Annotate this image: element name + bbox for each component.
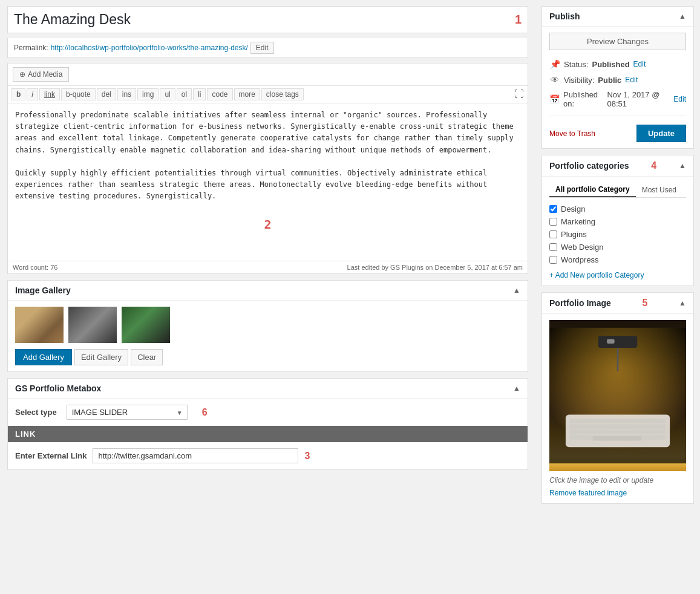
portfolio-categories-header[interactable]: Portfolio categories 4	[542, 155, 693, 177]
visibility-value: Public	[598, 76, 621, 85]
portfolio-image-title: Portfolio Image	[549, 298, 611, 308]
editor-content-area[interactable]: Professionally predominate scalable init…	[8, 103, 528, 261]
image-gallery-header[interactable]: Image Gallery	[8, 281, 528, 301]
fullscreen-button[interactable]: ⛶	[514, 89, 524, 100]
add-new-category-link[interactable]: + Add New portfolio Category	[549, 271, 686, 279]
category-checkbox-wordpress[interactable]	[549, 256, 557, 264]
portfolio-categories-title: Portfolio categories	[549, 161, 629, 171]
gs-portfolio-metabox: GS Portfolio Metabox Select type IMAGE S…	[7, 378, 528, 470]
category-checkbox-design[interactable]	[549, 205, 557, 213]
post-title-input[interactable]	[14, 11, 504, 28]
category-label-design: Design	[561, 204, 585, 214]
update-button[interactable]: Update	[636, 125, 686, 142]
toolbar-close-tags[interactable]: close tags	[261, 88, 304, 100]
svg-rect-7	[570, 430, 666, 434]
clear-gallery-button[interactable]: Clear	[131, 349, 163, 365]
toolbar-ul[interactable]: ul	[160, 88, 175, 100]
gs-portfolio-collapse-icon	[513, 384, 520, 393]
category-checkbox-plugins[interactable]	[549, 230, 557, 238]
toolbar-italic[interactable]: i	[27, 88, 38, 100]
gallery-thumb-3[interactable]	[122, 307, 170, 343]
featured-image-overlay	[549, 320, 686, 471]
permalink-row: Permalink: http://localhost/wp-portfolio…	[7, 38, 528, 58]
portfolio-image-box: Portfolio Image 5	[541, 292, 694, 504]
add-gallery-button[interactable]: Add Gallery	[15, 349, 72, 365]
publish-box: Publish Preview Changes 📌 Status: Publis…	[541, 6, 694, 149]
external-link-input[interactable]	[93, 448, 298, 463]
category-list: Design Marketing Plugins Web Design	[549, 203, 686, 266]
image-gallery-collapse-icon	[513, 286, 520, 295]
tab-all-categories[interactable]: All portfolio Category	[549, 183, 636, 197]
status-value: Published	[592, 60, 629, 69]
title-step-badge: 1	[515, 13, 522, 27]
word-count: Word count: 76	[13, 264, 57, 271]
toolbar-more[interactable]: more	[234, 88, 260, 100]
portfolio-categories-step-badge: 4	[651, 160, 656, 171]
category-item-web-design: Web Design	[549, 241, 686, 253]
category-checkbox-web-design[interactable]	[549, 243, 557, 251]
select-type-wrapper: IMAGE SLIDER Video SoundCloud	[67, 405, 188, 420]
publish-collapse-icon	[679, 12, 686, 21]
toolbar-img[interactable]: img	[137, 88, 159, 100]
category-label-web-design: Web Design	[561, 243, 604, 252]
gs-portfolio-header[interactable]: GS Portfolio Metabox	[8, 379, 528, 399]
toolbar-ol[interactable]: ol	[177, 88, 192, 100]
portfolio-image-step-badge: 5	[643, 298, 648, 308]
gs-portfolio-step-badge: 6	[202, 407, 208, 418]
category-checkbox-marketing[interactable]	[549, 218, 557, 226]
toolbar-link[interactable]: link	[39, 88, 60, 100]
publish-header[interactable]: Publish	[542, 7, 693, 27]
last-edited: Last edited by GS Plugins on December 5,…	[347, 264, 523, 271]
gallery-thumbnails	[15, 307, 520, 343]
portfolio-categories-box: Portfolio categories 4 All portfolio Cat…	[541, 155, 694, 286]
permalink-edit-button[interactable]: Edit	[250, 42, 274, 54]
title-area: 1	[7, 6, 528, 33]
image-gallery-title: Image Gallery	[15, 286, 71, 295]
publish-title: Publish	[549, 11, 580, 21]
media-row: ⊕ Add Media	[8, 64, 528, 86]
published-row: 📅 Published on: Nov 1, 2017 @ 08:51 Edit	[549, 88, 686, 111]
gs-portfolio-title: GS Portfolio Metabox	[15, 383, 101, 393]
editor-paragraph-1: Professionally predominate scalable init…	[15, 109, 520, 156]
category-item-wordpress: Wordpress	[549, 253, 686, 266]
toolbar-ins[interactable]: ins	[117, 88, 136, 100]
image-gallery-box: Image Gallery Add Gallery Edit Gallery C…	[7, 280, 528, 372]
portfolio-categories-content: All portfolio Category Most Used Design …	[542, 177, 693, 286]
status-edit-link[interactable]: Edit	[633, 60, 646, 68]
visibility-edit-link[interactable]: Edit	[625, 76, 638, 84]
toolbar-del[interactable]: del	[97, 88, 116, 100]
status-icon: 📌	[549, 59, 560, 70]
svg-rect-6	[570, 425, 666, 429]
toolbar-bquote[interactable]: b-quote	[61, 88, 96, 100]
svg-rect-1	[598, 336, 638, 348]
toolbar-bold[interactable]: b	[11, 88, 25, 100]
add-media-button[interactable]: ⊕ Add Media	[13, 67, 69, 82]
portfolio-image-header[interactable]: Portfolio Image 5	[542, 293, 693, 314]
move-to-trash-link[interactable]: Move to Trash	[549, 129, 595, 138]
toolbar-li[interactable]: li	[193, 88, 206, 100]
add-media-label: Add Media	[28, 70, 62, 79]
gallery-thumb-2[interactable]	[68, 307, 117, 343]
publish-divider	[549, 116, 686, 116]
gallery-thumb-1[interactable]	[15, 307, 64, 343]
portfolio-image-collapse-icon	[679, 299, 686, 307]
tab-most-used[interactable]: Most Used	[636, 183, 682, 197]
editor-toolbar: b i link b-quote del ins img ul ol li co…	[8, 86, 528, 103]
category-label-marketing: Marketing	[561, 217, 595, 226]
category-label-wordpress: Wordpress	[561, 255, 599, 264]
preview-changes-button[interactable]: Preview Changes	[549, 33, 686, 50]
link-form: Enter External Link 3	[8, 442, 528, 469]
permalink-link[interactable]: http://localhost/wp-portfolio/portfolio-…	[51, 44, 248, 52]
published-edit-link[interactable]: Edit	[673, 95, 686, 103]
featured-image[interactable]	[549, 320, 686, 471]
svg-rect-9	[593, 436, 642, 440]
published-value: Nov 1, 2017 @ 08:51	[607, 90, 670, 108]
publish-actions: Move to Trash Update	[549, 121, 686, 142]
select-type-label: Select type	[15, 408, 57, 417]
svg-rect-5	[570, 419, 666, 423]
select-type-dropdown[interactable]: IMAGE SLIDER Video SoundCloud	[67, 405, 188, 420]
toolbar-code[interactable]: code	[207, 88, 232, 100]
remove-featured-image-link[interactable]: Remove featured image	[549, 489, 627, 497]
calendar-icon: 📅	[549, 94, 560, 105]
edit-gallery-button[interactable]: Edit Gallery	[74, 349, 128, 365]
